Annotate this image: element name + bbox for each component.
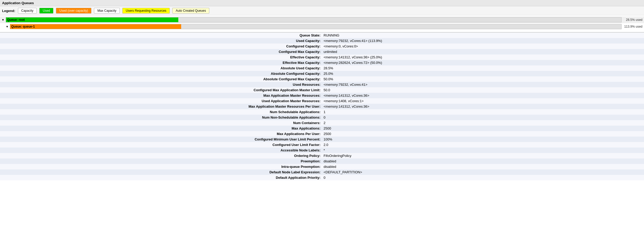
detail-label: Preemption:	[0, 158, 322, 164]
detail-value: <memory:141312, vCores:36> (25.0%)	[322, 54, 644, 60]
queue-root-label: Queue: root	[7, 18, 25, 22]
page-title: Application Queues	[2, 1, 34, 5]
detail-label: Effective Capacity:	[0, 54, 322, 60]
detail-value: <memory:1408, vCores:1>	[322, 98, 644, 104]
detail-row: Configured Capacity:<memory:0, vCores:0>	[0, 44, 644, 49]
detail-value: 1	[322, 109, 644, 115]
legend-requesting: Users Requesting Resources	[122, 8, 170, 14]
detail-panel: Queue State:RUNNINGUsed Capacity:<memory…	[0, 32, 644, 180]
detail-label: Default Node Label Expression:	[0, 169, 322, 175]
detail-value: 100%	[322, 137, 644, 142]
detail-value: RUNNING	[322, 33, 644, 38]
detail-row: Absolute Configured Capacity:25.0%	[0, 71, 644, 76]
detail-value: 0	[322, 115, 644, 120]
queue1-bar-container: Queue: queue-1	[10, 24, 622, 29]
detail-label: Ordering Policy:	[0, 153, 322, 158]
detail-value: <memory:0, vCores:0>	[322, 44, 644, 49]
detail-value: <memory:282624, vCores:72> (50.0%)	[322, 60, 644, 65]
legend-used: Used	[39, 8, 53, 14]
queues-container: ▼ Queue: root 28.5% used ▼ Queue: queue-…	[0, 15, 644, 31]
detail-row: Default Node Label Expression:<DEFAULT_P…	[0, 169, 644, 175]
detail-row: Num Non-Schedulable Applications:0	[0, 115, 644, 120]
queue-root-bar	[6, 17, 178, 22]
detail-value: 28.5%	[322, 65, 644, 71]
detail-value: 25.0%	[322, 71, 644, 76]
queue-row-root[interactable]: ▼ Queue: root 28.5% used	[0, 16, 644, 23]
detail-value: FifoOrderingPolicy	[322, 153, 644, 158]
detail-row: Preemption:disabled	[0, 158, 644, 164]
detail-value: 2.0	[322, 142, 644, 148]
queue1-percent: 113.9% used	[622, 25, 642, 28]
detail-label: Used Capacity:	[0, 38, 322, 44]
detail-label: Default Application Priority:	[0, 175, 322, 180]
queue1-label: Queue: queue-1	[11, 25, 35, 28]
detail-value: <memory:79232, vCores:41>	[322, 82, 644, 87]
detail-row: Max Applications:2500	[0, 126, 644, 131]
detail-row: Used Capacity:<memory:79232, vCores:41> …	[0, 38, 644, 44]
detail-label: Num Schedulable Applications:	[0, 109, 322, 115]
detail-label: Max Application Master Resources Per Use…	[0, 104, 322, 109]
detail-value: <memory:141312, vCores:36>	[322, 93, 644, 98]
detail-value: disabled	[322, 164, 644, 169]
detail-label: Configured Max Application Master Limit:	[0, 87, 322, 93]
detail-row: Configured Max Application Master Limit:…	[0, 87, 644, 93]
detail-value: 50.0%	[322, 76, 644, 82]
detail-label: Configured Max Capacity:	[0, 49, 322, 54]
detail-label: Absolute Configured Capacity:	[0, 71, 322, 76]
detail-row: Queue State:RUNNING	[0, 33, 644, 38]
detail-row: Max Application Master Resources:<memory…	[0, 93, 644, 98]
detail-value: <memory:79232, vCores:41> (113.9%)	[322, 38, 644, 44]
detail-row: Num Containers:2	[0, 120, 644, 126]
detail-row: Configured Minimum User Limit Percent:10…	[0, 137, 644, 142]
legend-bar: Legend: Capacity Used Used (over capacit…	[0, 6, 644, 15]
detail-label: Configured Minimum User Limit Percent:	[0, 137, 322, 142]
detail-value: *	[322, 148, 644, 153]
detail-value: <memory:141312, vCores:36>	[322, 104, 644, 109]
detail-row: Absolute Configured Max Capacity:50.0%	[0, 76, 644, 82]
detail-row: Max Applications Per User:2500	[0, 131, 644, 137]
detail-table: Queue State:RUNNINGUsed Capacity:<memory…	[0, 33, 644, 180]
queue-row-queue1[interactable]: ▼ Queue: queue-1 113.9% used	[0, 23, 644, 30]
legend-max: Max Capacity	[94, 8, 120, 14]
detail-row: Used Resources:<memory:79232, vCores:41>	[0, 82, 644, 87]
detail-row: Absolute Used Capacity:28.5%	[0, 65, 644, 71]
detail-row: Effective Capacity:<memory:141312, vCore…	[0, 54, 644, 60]
detail-label: Max Applications Per User:	[0, 131, 322, 137]
detail-label: Max Application Master Resources:	[0, 93, 322, 98]
detail-row: Accessible Node Labels:*	[0, 148, 644, 153]
detail-value: 50.0	[322, 87, 644, 93]
detail-row: Ordering Policy:FifoOrderingPolicy	[0, 153, 644, 158]
legend-auto: Auto Created Queues	[172, 8, 209, 14]
queue1-bar-used	[10, 24, 181, 29]
queue-root-toggle[interactable]: ▼	[2, 18, 5, 21]
detail-value: unlimited	[322, 49, 644, 54]
detail-row: Intra-queue Preemption:disabled	[0, 164, 644, 169]
detail-value: <DEFAULT_PARTITION>	[322, 169, 644, 175]
queue-root-bar-container: Queue: root	[6, 17, 622, 22]
detail-row: Configured User Limit Factor:2.0	[0, 142, 644, 148]
detail-label: Absolute Used Capacity:	[0, 65, 322, 71]
detail-row: Configured Max Capacity:unlimited	[0, 49, 644, 54]
detail-label: Queue State:	[0, 33, 322, 38]
detail-label: Num Containers:	[0, 120, 322, 126]
detail-value: 2500	[322, 126, 644, 131]
detail-row: Num Schedulable Applications:1	[0, 109, 644, 115]
detail-label: Num Non-Schedulable Applications:	[0, 115, 322, 120]
detail-label: Absolute Configured Max Capacity:	[0, 76, 322, 82]
detail-label: Used Resources:	[0, 82, 322, 87]
detail-value: 0	[322, 175, 644, 180]
detail-row: Default Application Priority:0	[0, 175, 644, 180]
legend-used-over: Used (over capacity)	[56, 8, 91, 14]
title-bar: Application Queues	[0, 0, 644, 6]
queue1-toggle[interactable]: ▼	[6, 25, 9, 28]
detail-value: 2	[322, 120, 644, 126]
legend-label: Legend:	[2, 9, 15, 13]
queue-root-percent: 28.5% used	[622, 18, 642, 22]
detail-label: Effective Max Capacity:	[0, 60, 322, 65]
legend-capacity: Capacity	[18, 8, 37, 14]
detail-label: Used Application Master Resources:	[0, 98, 322, 104]
detail-value: 2500	[322, 131, 644, 137]
detail-row: Effective Max Capacity:<memory:282624, v…	[0, 60, 644, 65]
detail-label: Configured User Limit Factor:	[0, 142, 322, 148]
detail-label: Configured Capacity:	[0, 44, 322, 49]
